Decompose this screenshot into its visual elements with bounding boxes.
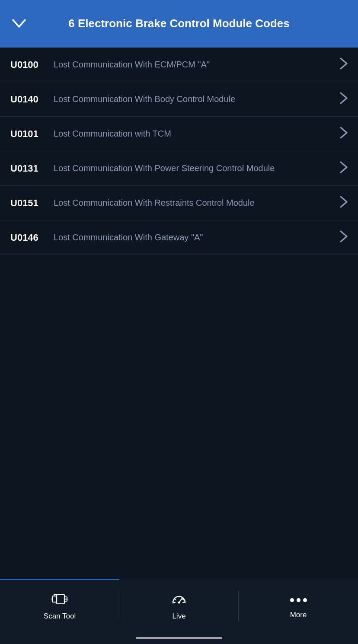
nav-tabs: Scan Tool Live — [0, 580, 358, 632]
code-description: Lost Communication With Body Control Mod… — [54, 93, 340, 105]
code-description: Lost Communication With Power Steering C… — [54, 163, 340, 174]
dot-1 — [290, 598, 294, 602]
code-description: Lost Communication With Gateway "A" — [54, 232, 340, 243]
svg-line-12 — [182, 599, 184, 600]
code-id: U0146 — [10, 232, 54, 243]
dot-2 — [297, 598, 300, 602]
speedometer-icon — [171, 592, 187, 609]
code-id: U0151 — [10, 198, 54, 209]
home-indicator — [0, 632, 358, 644]
tab-scan-tool[interactable]: Scan Tool — [0, 580, 119, 632]
svg-rect-0 — [52, 596, 57, 602]
chevron-right-icon — [340, 230, 348, 245]
engine-icon — [51, 592, 68, 609]
bottom-navigation: Scan Tool Live — [0, 579, 358, 644]
more-dots-icon — [290, 593, 307, 607]
chevron-down-icon — [12, 17, 26, 31]
chevron-right-icon — [340, 196, 348, 210]
code-description: Lost Communication With Restraints Contr… — [54, 197, 340, 209]
dot-3 — [303, 598, 307, 602]
code-id: U0101 — [10, 128, 54, 140]
scan-tool-label: Scan Tool — [44, 612, 76, 621]
list-item[interactable]: U0131 Lost Communication With Power Stee… — [0, 151, 358, 186]
list-item[interactable]: U0101 Lost Communication with TCM — [0, 117, 358, 151]
chevron-right-icon — [340, 161, 348, 176]
code-id: U0140 — [10, 94, 54, 105]
main-content: 6 Electronic Brake Control Module Codes … — [0, 0, 358, 319]
list-item[interactable]: U0146 Lost Communication With Gateway "A… — [0, 220, 358, 255]
live-label: Live — [172, 612, 185, 621]
page-title: 6 Electronic Brake Control Module Codes — [68, 16, 289, 31]
code-id: U0131 — [10, 163, 54, 174]
svg-point-8 — [178, 601, 180, 603]
tab-live[interactable]: Live — [119, 580, 239, 632]
code-list: U0100 Lost Communication With ECM/PCM "A… — [0, 48, 358, 255]
header-banner[interactable]: 6 Electronic Brake Control Module Codes — [0, 0, 358, 48]
list-item[interactable]: U0151 Lost Communication With Restraints… — [0, 186, 358, 220]
tab-more[interactable]: More — [239, 580, 358, 632]
chevron-right-icon — [340, 127, 348, 141]
svg-rect-1 — [57, 594, 64, 604]
more-label: More — [290, 611, 307, 619]
chevron-right-icon — [340, 57, 348, 72]
chevron-right-icon — [340, 92, 348, 107]
home-indicator-bar — [136, 637, 222, 639]
code-id: U0100 — [10, 59, 54, 70]
list-item[interactable]: U0100 Lost Communication With ECM/PCM "A… — [0, 48, 358, 82]
svg-line-11 — [175, 599, 176, 600]
code-description: Lost Communication With ECM/PCM "A" — [54, 59, 340, 70]
list-item[interactable]: U0140 Lost Communication With Body Contr… — [0, 82, 358, 117]
code-description: Lost Communication with TCM — [54, 128, 340, 140]
